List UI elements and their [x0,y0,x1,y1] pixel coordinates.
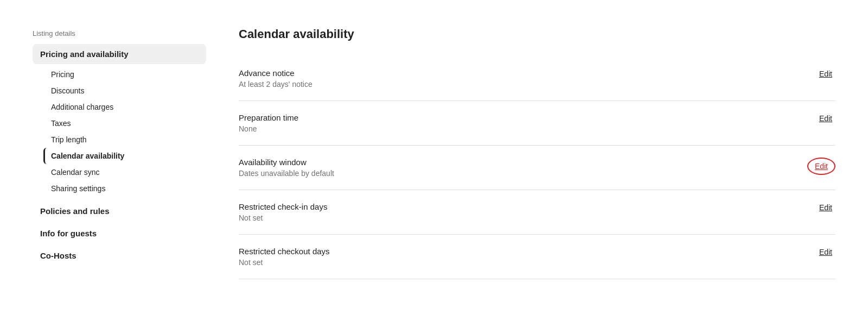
edit-button-restricted-checkout-days[interactable]: Edit [816,247,835,258]
section-info-advance-notice: Advance noticeAt least 2 days' notice [239,68,312,89]
section-value-restricted-checkin-days: Not set [239,213,327,222]
page-title: Calendar availability [239,27,835,41]
section-value-preparation-time: None [239,124,298,133]
sidebar-listing-details-title: Listing details [33,27,206,40]
section-row-advance-notice: Advance noticeAt least 2 days' noticeEdi… [239,56,835,101]
sidebar-item-policies-and-rules[interactable]: Policies and rules [33,201,206,221]
edit-button-restricted-checkin-days[interactable]: Edit [816,202,835,213]
main-content: Calendar availability Advance noticeAt l… [239,22,835,292]
section-info-restricted-checkin-days: Restricted check-in daysNot set [239,202,327,222]
sidebar-sub-item-sharing-settings[interactable]: Sharing settings [43,180,206,197]
sidebar-sub-item-trip-length[interactable]: Trip length [43,131,206,148]
sections-list: Advance noticeAt least 2 days' noticeEdi… [239,56,835,279]
section-value-advance-notice: At least 2 days' notice [239,80,312,89]
edit-button-advance-notice[interactable]: Edit [816,68,835,79]
section-row-availability-window: Availability windowDates unavailable by … [239,146,835,190]
page-container: Listing details Pricing and availability… [0,0,868,314]
sidebar-sub-item-additional-charges[interactable]: Additional charges [43,99,206,115]
sidebar: Listing details Pricing and availability… [33,22,206,292]
section-info-preparation-time: Preparation timeNone [239,113,298,133]
sidebar-sub-item-calendar-sync[interactable]: Calendar sync [43,164,206,180]
sidebar-sub-item-taxes[interactable]: Taxes [43,115,206,131]
sidebar-sub-items: PricingDiscountsAdditional chargesTaxesT… [43,66,206,197]
section-info-restricted-checkout-days: Restricted checkout daysNot set [239,247,330,267]
section-row-restricted-checkin-days: Restricted check-in daysNot setEdit [239,190,835,235]
section-label-preparation-time: Preparation time [239,113,298,122]
sidebar-item-co-hosts[interactable]: Co-Hosts [33,246,206,266]
sidebar-sub-item-calendar-availability[interactable]: Calendar availability [43,148,206,164]
sidebar-sub-item-pricing[interactable]: Pricing [43,66,206,83]
sidebar-item-pricing-and-availability[interactable]: Pricing and availability [33,44,206,64]
section-value-availability-window: Dates unavailable by default [239,169,334,178]
section-label-restricted-checkin-days: Restricted check-in days [239,202,327,211]
sidebar-sub-item-discounts[interactable]: Discounts [43,83,206,99]
section-value-restricted-checkout-days: Not set [239,258,330,267]
section-info-availability-window: Availability windowDates unavailable by … [239,158,334,178]
section-row-restricted-checkout-days: Restricted checkout daysNot setEdit [239,235,835,279]
edit-button-availability-window[interactable]: Edit [807,158,835,175]
section-label-availability-window: Availability window [239,158,334,167]
sidebar-item-info-for-guests[interactable]: Info for guests [33,223,206,243]
section-row-preparation-time: Preparation timeNoneEdit [239,101,835,146]
section-label-advance-notice: Advance notice [239,68,312,78]
section-label-restricted-checkout-days: Restricted checkout days [239,247,330,256]
edit-button-preparation-time[interactable]: Edit [816,113,835,124]
